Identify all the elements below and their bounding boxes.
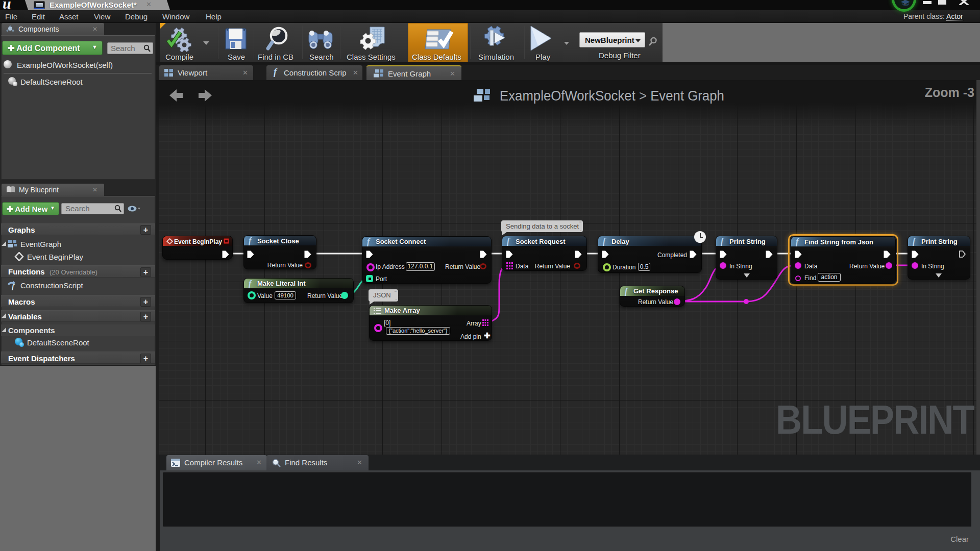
svg-text:f: f bbox=[12, 283, 15, 290]
